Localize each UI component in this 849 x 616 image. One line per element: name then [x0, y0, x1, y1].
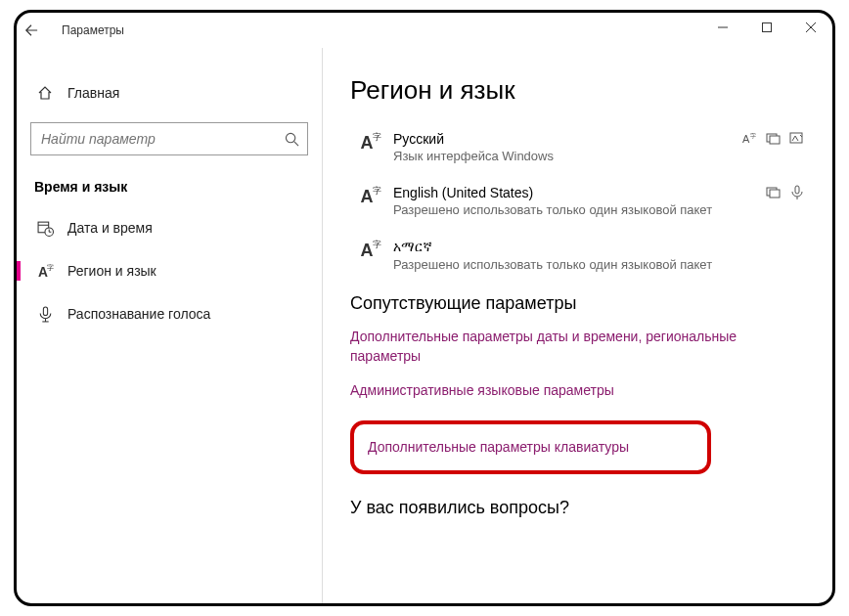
- sidebar-item-label: Регион и язык: [67, 263, 156, 279]
- sidebar: Главная Время и язык Дата и время A字 Ре: [17, 48, 323, 603]
- main-panel: Регион и язык A字 Русский Язык интерфейса…: [323, 48, 832, 603]
- svg-rect-1: [762, 23, 771, 32]
- svg-rect-22: [770, 190, 780, 198]
- link-admin-language-settings[interactable]: Административные языковые параметры: [350, 381, 805, 401]
- language-subtitle: Разрешено использовать только один языко…: [393, 257, 805, 272]
- sidebar-item-label: Дата и время: [67, 220, 153, 236]
- window-title: Параметры: [62, 23, 124, 37]
- language-subtitle: Язык интерфейса Windows: [393, 149, 742, 163]
- titlebar: Параметры: [17, 13, 832, 48]
- sidebar-home-label: Главная: [67, 85, 119, 101]
- sidebar-group-title: Время и язык: [17, 173, 322, 206]
- language-name: Русский: [393, 131, 742, 147]
- close-button[interactable]: [788, 13, 832, 42]
- search-box[interactable]: [30, 122, 308, 155]
- sidebar-item-date-time[interactable]: Дата и время: [17, 206, 322, 249]
- language-glyph-icon: A字: [350, 185, 383, 207]
- language-item[interactable]: A字 English (United States) Разрешено исп…: [350, 185, 805, 217]
- svg-rect-23: [795, 186, 799, 194]
- speech-icon: [789, 185, 805, 200]
- questions-title: У вас появились вопросы?: [350, 498, 805, 518]
- text-to-speech-icon: A字: [742, 131, 758, 147]
- language-glyph-icon: A字: [350, 239, 383, 261]
- svg-rect-19: [770, 136, 780, 144]
- microphone-icon: [34, 306, 56, 323]
- search-input[interactable]: [41, 131, 285, 147]
- back-button[interactable]: [24, 23, 52, 37]
- sidebar-home[interactable]: Главная: [17, 77, 322, 109]
- display-icon: [766, 185, 782, 200]
- svg-text:字: 字: [46, 263, 53, 272]
- language-name: አማርኛ: [393, 239, 805, 255]
- minimize-button[interactable]: [700, 13, 744, 42]
- language-a-icon: A字: [34, 263, 56, 280]
- link-date-region-settings[interactable]: Дополнительные параметры даты и времени,…: [350, 328, 805, 366]
- language-name: English (United States): [393, 185, 766, 200]
- page-title: Регион и язык: [350, 75, 805, 106]
- calendar-clock-icon: [34, 220, 56, 237]
- maximize-button[interactable]: [744, 13, 788, 42]
- sidebar-item-speech[interactable]: Распознавание голоса: [17, 292, 322, 335]
- sidebar-item-label: Распознавание голоса: [67, 306, 210, 322]
- language-glyph-icon: A字: [350, 131, 383, 154]
- home-icon: [34, 85, 56, 101]
- svg-text:A: A: [742, 133, 750, 145]
- search-icon: [285, 132, 299, 147]
- language-item[interactable]: A字 Русский Язык интерфейса Windows A字: [350, 131, 805, 163]
- svg-text:字: 字: [750, 132, 756, 139]
- display-icon: [766, 131, 782, 147]
- svg-rect-13: [43, 307, 47, 316]
- handwriting-icon: [789, 131, 805, 147]
- language-item[interactable]: A字 አማርኛ Разрешено использовать только од…: [350, 239, 805, 272]
- related-parameters-title: Сопутствующие параметры: [350, 293, 805, 314]
- sidebar-item-region-language[interactable]: A字 Регион и язык: [17, 249, 322, 292]
- svg-line-5: [294, 141, 298, 145]
- language-subtitle: Разрешено использовать только один языко…: [393, 202, 766, 217]
- svg-point-4: [286, 133, 294, 142]
- link-keyboard-settings[interactable]: Дополнительные параметры клавиатуры: [350, 420, 711, 475]
